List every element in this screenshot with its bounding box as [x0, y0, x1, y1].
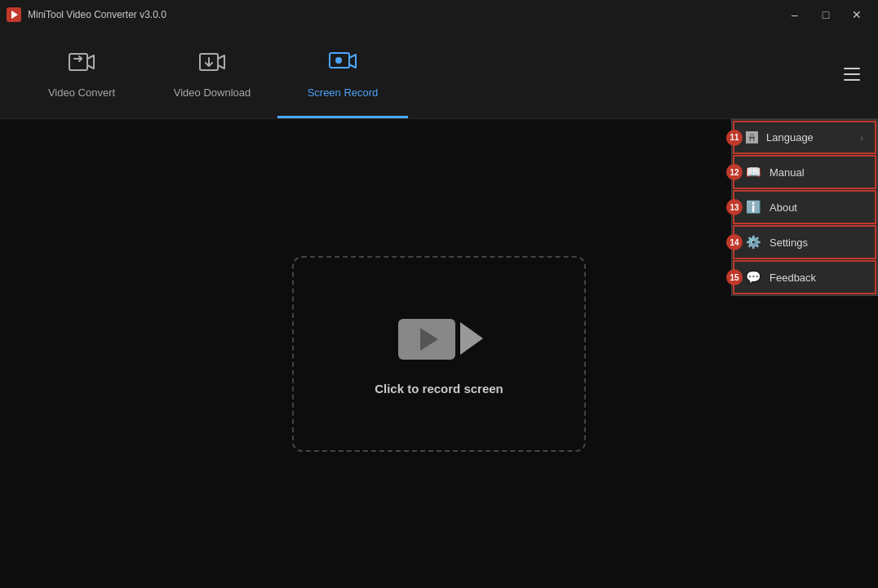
menu-badge-language: 11 [726, 130, 743, 146]
nav-item-screen-record[interactable]: Screen Record [277, 29, 408, 118]
svg-point-7 [336, 58, 341, 63]
maximize-button[interactable]: □ [811, 3, 840, 26]
menu-item-manual[interactable]: 12 📖 Manual [733, 155, 876, 189]
menu-item-feedback[interactable]: 15 💬 Feedback [733, 260, 876, 294]
menu-item-settings[interactable]: 14 ⚙️ Settings [733, 225, 876, 259]
menu-bar-1 [844, 68, 860, 69]
menu-item-language[interactable]: 11 🅰 Language › [733, 121, 876, 154]
menu-label-about: About [769, 201, 863, 214]
settings-icon: ⚙️ [746, 235, 761, 250]
app-logo-icon [7, 7, 21, 22]
menu-button[interactable] [839, 61, 865, 87]
nav-label-video-convert: Video Convert [48, 86, 115, 99]
video-convert-icon [67, 47, 96, 80]
close-button[interactable]: ✕ [842, 3, 871, 26]
menu-label-settings: Settings [769, 237, 863, 249]
language-arrow-icon: › [860, 133, 863, 143]
nav-label-video-download: Video Download [174, 86, 251, 99]
app-title: MiniTool Video Converter v3.0.0 [28, 9, 166, 20]
menu-badge-settings: 14 [726, 234, 743, 250]
menu-label-language: Language [766, 131, 852, 144]
menu-item-about[interactable]: 13 ℹ️ About [733, 190, 876, 224]
video-download-icon [197, 47, 227, 80]
title-controls: – □ ✕ [780, 3, 871, 26]
dropdown-menu: 11 🅰 Language › 12 📖 Manual 13 ℹ️ About … [731, 119, 878, 296]
menu-badge-manual: 12 [726, 164, 743, 180]
menu-label-feedback: Feedback [769, 272, 863, 284]
record-camera-icon [398, 312, 480, 365]
menu-bar-2 [844, 73, 860, 75]
minimize-button[interactable]: – [780, 3, 809, 26]
camera-lens-icon [460, 322, 483, 355]
nav-label-screen-record: Screen Record [308, 86, 379, 99]
language-icon: 🅰 [746, 130, 758, 144]
nav-item-video-convert[interactable]: Video Convert [16, 29, 147, 118]
title-bar: MiniTool Video Converter v3.0.0 – □ ✕ [0, 0, 878, 29]
nav-bar: Video Convert Video Download Screen Reco… [0, 29, 878, 119]
manual-icon: 📖 [746, 165, 761, 179]
menu-badge-feedback: 15 [726, 269, 743, 285]
menu-label-manual: Manual [769, 166, 863, 179]
menu-bar-3 [844, 79, 860, 81]
about-icon: ℹ️ [746, 200, 761, 214]
play-triangle-icon [420, 328, 438, 351]
nav-item-video-download[interactable]: Video Download [147, 29, 277, 118]
menu-badge-about: 13 [726, 199, 743, 215]
record-area[interactable]: Click to record screen [292, 256, 586, 452]
click-to-record-label: Click to record screen [375, 382, 503, 396]
title-left: MiniTool Video Converter v3.0.0 [7, 7, 166, 22]
screen-record-icon [328, 47, 357, 80]
feedback-icon: 💬 [746, 270, 761, 285]
